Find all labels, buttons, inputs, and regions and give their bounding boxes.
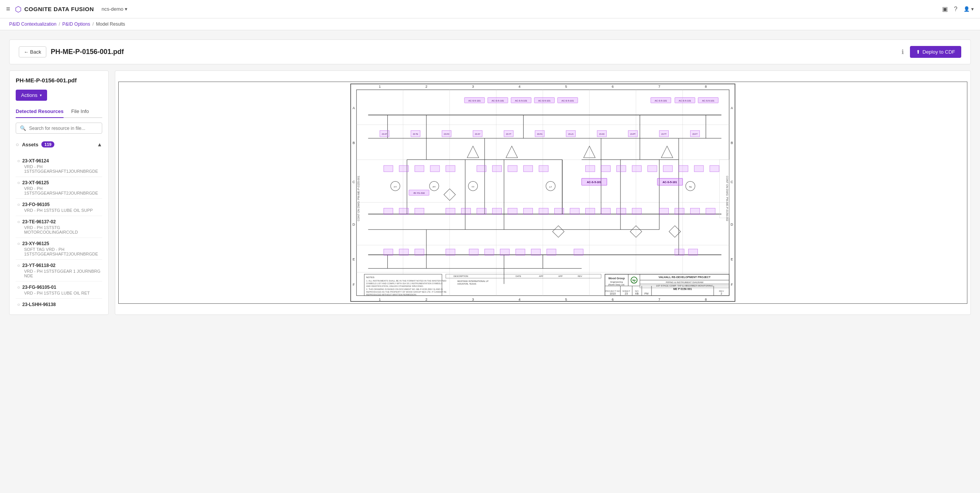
asset-circle-icon: ○ xyxy=(17,158,20,164)
svg-text:AC-S-5-101: AC-S-5-101 xyxy=(515,99,528,102)
list-item[interactable]: ○ 23-FG-96105-01 VRD - PH 1STSTG LUBE OI… xyxy=(16,282,102,299)
svg-text:23-LS: 23-LS xyxy=(568,133,573,135)
svg-text:CONT ON DWG: PM-ME-P-0156-002: CONT ON DWG: PM-ME-P-0156-002 xyxy=(725,176,728,221)
svg-text:Engineering: Engineering xyxy=(610,280,622,283)
logo-icon: ⬡ xyxy=(15,5,21,14)
svg-rect-156 xyxy=(446,249,455,255)
breadcrumb-options-link[interactable]: P&ID Options xyxy=(62,21,90,27)
assets-label: Assets xyxy=(22,142,38,147)
svg-rect-139 xyxy=(523,208,532,215)
asset-list: ○ 23-XT-96124 VRD - PH 1STSTGGEARSHAFT1J… xyxy=(16,155,102,308)
svg-text:LT: LT xyxy=(549,185,552,188)
list-item[interactable]: ○ 23-XY-96125 SOFT TAG VRD - PH 1STSTGGE… xyxy=(16,238,102,260)
svg-rect-145 xyxy=(617,208,626,215)
user-chevron-icon: ▾ xyxy=(971,6,974,12)
svg-text:REPRODUCED AS THE PROPERTY OF : REPRODUCED AS THE PROPERTY OF WOOD GROUP… xyxy=(366,291,447,293)
svg-text:1: 1 xyxy=(379,298,381,301)
svg-text:(North Sea) Ltd.: (North Sea) Ltd. xyxy=(608,283,625,286)
list-item[interactable]: ○ 23-LSHH-96138 VRD - PH 1STSTG COMP MTR… xyxy=(16,299,102,308)
svg-text:MUSTANG INTERNATIONAL LP: MUSTANG INTERNATIONAL LP xyxy=(457,280,488,282)
pid-diagram-svg: 1 2 3 4 5 6 7 8 1 2 3 4 5 6 xyxy=(118,82,967,304)
deploy-label: Deploy to CDF xyxy=(923,49,955,55)
svg-rect-146 xyxy=(632,208,641,215)
collapse-icon[interactable]: ▲ xyxy=(97,141,102,147)
deploy-icon: ⬆ xyxy=(916,49,920,55)
env-chevron-icon: ▾ xyxy=(125,6,127,12)
asset-desc: VRD - PH 1STSTG LUBE OIL RET xyxy=(17,291,101,295)
svg-text:23-YT: 23-YT xyxy=(506,133,511,135)
svg-text:2. THIS DRAWING IS BASED ON DO: 2. THIS DRAWING IS BASED ON DOCUMENT NO:… xyxy=(366,288,443,290)
svg-rect-111 xyxy=(430,165,439,172)
svg-rect-147 xyxy=(659,208,668,215)
asset-desc: VRD - PH 1STSTGGEARSHAFT2JOURNBRGDE xyxy=(17,186,101,195)
svg-rect-144 xyxy=(601,208,610,215)
assets-header[interactable]: ○ Assets 119 ▲ xyxy=(16,138,102,151)
svg-rect-162 xyxy=(547,249,556,255)
asset-name: ○ 23-XT-96125 xyxy=(17,180,101,185)
actions-button[interactable]: Actions ▾ xyxy=(16,90,47,101)
asset-name: ○ 23-FG-96105-01 xyxy=(17,285,101,290)
svg-rect-158 xyxy=(485,249,494,255)
svg-rect-141 xyxy=(554,208,564,215)
help-icon[interactable]: ? xyxy=(954,6,957,13)
svg-rect-124 xyxy=(679,165,688,172)
search-box: 🔍 xyxy=(16,123,102,134)
svg-text:5: 5 xyxy=(565,298,567,301)
diagram-canvas: 1 2 3 4 5 6 7 8 1 2 3 4 5 6 xyxy=(118,82,967,304)
top-navigation: ≡ ⬡ COGNITE DATA FUSION ncs-demo ▾ ▣ ? 👤… xyxy=(0,0,980,18)
svg-rect-125 xyxy=(694,165,703,172)
user-menu[interactable]: 👤 ▾ xyxy=(964,6,974,12)
back-button[interactable]: ← Back xyxy=(19,46,46,57)
list-item[interactable]: ○ 23-YT-96118-02 VRD - PH 1STSTGGEAR 1 J… xyxy=(16,260,102,282)
svg-rect-160 xyxy=(516,249,525,255)
menu-icon[interactable]: ≡ xyxy=(6,5,10,13)
actions-chevron-icon: ▾ xyxy=(40,93,42,97)
asset-list-wrapper: ○ 23-XT-96124 VRD - PH 1STSTGGEARSHAFT1J… xyxy=(16,155,102,308)
svg-rect-132 xyxy=(399,208,408,215)
svg-rect-165 xyxy=(688,249,697,255)
svg-text:VALHALL RE-DEVELOPMENT PROJECT: VALHALL RE-DEVELOPMENT PROJECT xyxy=(658,276,710,279)
breadcrumb-pid-link[interactable]: P&ID Contextualization xyxy=(9,21,56,27)
svg-text:A: A xyxy=(731,106,733,110)
svg-text:AC-S-5-101: AC-S-5-101 xyxy=(702,99,715,102)
list-item[interactable]: ○ 23-XT-96124 VRD - PH 1STSTGGEARSHAFT1J… xyxy=(16,155,102,177)
svg-text:6: 6 xyxy=(612,85,614,88)
actions-label: Actions xyxy=(21,92,38,98)
svg-text:3: 3 xyxy=(472,298,474,301)
svg-text:XB: XB xyxy=(635,292,639,295)
list-item[interactable]: ○ 23-FO-96105 VRD - PH 1STSTG LUBE OIL S… xyxy=(16,199,102,216)
asset-desc: VRD - PH 1STSTG LUBE OIL SUPP xyxy=(17,208,101,213)
svg-rect-123 xyxy=(663,165,672,172)
svg-text:2: 2 xyxy=(425,298,427,301)
list-item[interactable]: ○ 23-TE-96137-02 VRD - PH 1STSTG MOTORCO… xyxy=(16,216,102,238)
asset-name: ○ 23-FO-96105 xyxy=(17,202,101,207)
environment-selector[interactable]: ncs-demo ▾ xyxy=(101,6,127,12)
header-left: ← Back PH-ME-P-0156-001.pdf xyxy=(19,46,124,57)
svg-text:TT: TT xyxy=(472,185,475,188)
deploy-button[interactable]: ⬆ Deploy to CDF xyxy=(910,46,961,58)
svg-text:7: 7 xyxy=(658,85,660,88)
tab-file-info[interactable]: File Info xyxy=(71,105,89,118)
svg-text:23-TE: 23-TE xyxy=(413,133,418,135)
svg-rect-137 xyxy=(492,208,501,215)
info-icon[interactable]: ℹ xyxy=(902,48,904,56)
svg-rect-157 xyxy=(469,249,478,255)
svg-rect-113 xyxy=(477,165,486,172)
svg-text:B: B xyxy=(353,141,355,145)
svg-text:ME P 0156 001: ME P 0156 001 xyxy=(673,288,692,291)
svg-text:F: F xyxy=(731,283,733,287)
svg-text:1010: 1010 xyxy=(610,292,616,295)
svg-text:23-XT: 23-XT xyxy=(382,133,387,135)
env-label: ncs-demo xyxy=(101,6,123,12)
search-input[interactable] xyxy=(29,126,98,131)
svg-marker-172 xyxy=(506,146,518,157)
tab-detected-resources[interactable]: Detected Resources xyxy=(16,105,64,118)
svg-rect-148 xyxy=(675,208,684,215)
svg-rect-114 xyxy=(492,165,501,172)
svg-text:PT: PT xyxy=(433,185,436,188)
monitor-icon[interactable]: ▣ xyxy=(942,5,948,13)
svg-rect-118 xyxy=(586,165,595,172)
list-item[interactable]: ○ 23-XT-96125 VRD - PH 1STSTGGEARSHAFT2J… xyxy=(16,177,102,199)
diagram-area[interactable]: 1 2 3 4 5 6 7 8 1 2 3 4 5 6 xyxy=(115,70,971,315)
svg-rect-161 xyxy=(531,249,541,255)
